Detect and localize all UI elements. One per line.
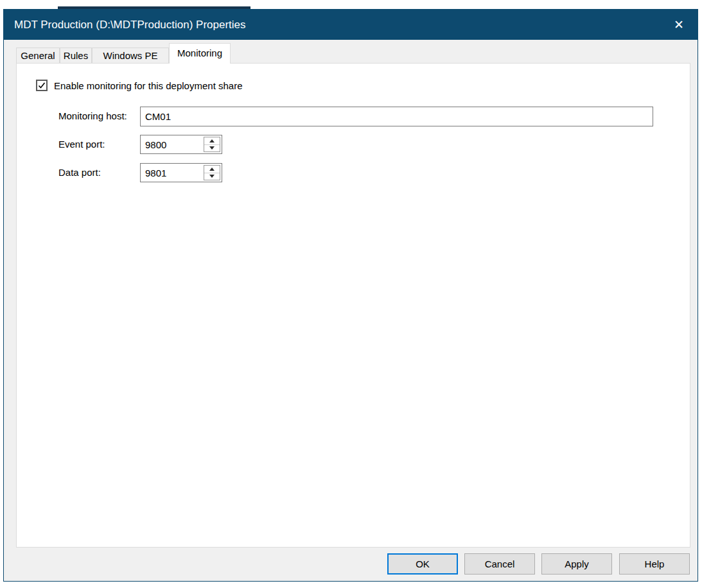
titlebar[interactable]: MDT Production (D:\MDTProduction) Proper…	[4, 10, 698, 40]
tab-general[interactable]: General	[16, 48, 60, 63]
tab-windows-pe[interactable]: Windows PE	[92, 48, 169, 63]
enable-monitoring-row: Enable monitoring for this deployment sh…	[36, 79, 243, 92]
data-port-input[interactable]	[141, 164, 200, 182]
tab-monitoring[interactable]: Monitoring	[169, 43, 231, 64]
screenshot-stage: MDT Production (D:\MDTProduction) Proper…	[0, 0, 702, 588]
enable-monitoring-label: Enable monitoring for this deployment sh…	[54, 80, 243, 91]
help-button[interactable]: Help	[619, 553, 690, 575]
monitoring-host-input[interactable]	[140, 107, 653, 126]
ok-button[interactable]: OK	[387, 553, 458, 575]
enable-monitoring-checkbox[interactable]	[36, 80, 48, 91]
event-port-spinbox	[140, 135, 222, 154]
tab-rules[interactable]: Rules	[60, 48, 92, 63]
monitoring-tab-panel: Enable monitoring for this deployment sh…	[16, 63, 690, 548]
arrow-up-icon	[209, 168, 215, 171]
data-port-spinner	[204, 165, 220, 180]
event-port-label: Event port:	[58, 135, 105, 154]
properties-dialog: MDT Production (D:\MDTProduction) Proper…	[3, 9, 698, 582]
monitoring-host-label: Monitoring host:	[58, 107, 127, 126]
spin-down-button[interactable]	[204, 173, 220, 180]
close-button[interactable]: ✕	[660, 10, 698, 40]
cancel-button[interactable]: Cancel	[464, 553, 535, 575]
data-port-label: Data port:	[58, 163, 101, 182]
close-icon: ✕	[674, 17, 684, 32]
arrow-up-icon	[209, 139, 215, 143]
apply-button[interactable]: Apply	[541, 553, 612, 575]
arrow-down-icon	[209, 175, 215, 178]
spin-down-button[interactable]	[204, 145, 220, 152]
event-port-input[interactable]	[141, 135, 200, 153]
spin-up-button[interactable]	[204, 137, 220, 145]
arrow-down-icon	[209, 146, 215, 150]
spin-up-button[interactable]	[204, 166, 220, 173]
dialog-title: MDT Production (D:\MDTProduction) Proper…	[4, 19, 246, 31]
data-port-spinbox	[140, 163, 222, 182]
event-port-spinner	[204, 137, 220, 152]
checkmark-icon	[38, 82, 46, 89]
